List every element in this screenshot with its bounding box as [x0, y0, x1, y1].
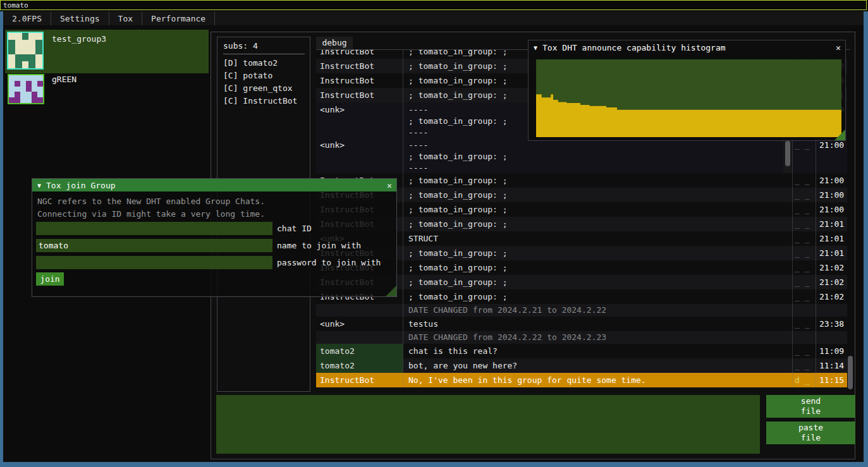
message-text: ; tomato_in_group: ; — [403, 188, 792, 202]
sender-name: InstructBot — [316, 88, 403, 102]
delivery-indicators: d _ — [792, 373, 816, 387]
avatar-pixel — [35, 61, 42, 68]
join-desc-line2: Connecting via ID might take a very long… — [37, 208, 265, 221]
message-text: ; tomato_in_group: ; — [403, 289, 792, 304]
send-file-line1: send — [801, 396, 821, 406]
chat-scrollbar-thumb[interactable] — [848, 356, 853, 389]
message-timestamp: 21:02 — [816, 275, 850, 289]
dht-histogram-title: Tox DHT announce capability histogram — [542, 43, 726, 52]
avatar-pixel — [35, 33, 42, 40]
join-button[interactable]: join — [36, 272, 64, 286]
message-timestamp: 11:15 — [816, 373, 850, 387]
avatar-pixel — [20, 75, 26, 81]
chat-id-input[interactable] — [36, 222, 272, 235]
subs-member-green_qtox[interactable]: [C] green_qtox — [223, 82, 310, 95]
avatar-pixel — [37, 75, 43, 81]
avatar-pixel — [22, 61, 29, 68]
app-window: tomato 2.0FPS SettingsToxPerformance tes… — [0, 0, 868, 467]
menu-item-performance[interactable]: Performance — [142, 11, 214, 25]
resize-grip-icon[interactable] — [386, 286, 396, 296]
avatar-pixel — [32, 75, 37, 81]
sender-name: InstructBot — [316, 50, 403, 59]
collapse-arrow-icon[interactable]: ▼ — [529, 44, 542, 51]
close-icon[interactable]: ✕ — [831, 43, 845, 52]
avatar-pixel — [28, 47, 35, 54]
chat-row[interactable]: tomato2chat is this real?_ _11:09 — [316, 344, 850, 358]
avatar-pixel — [8, 47, 15, 54]
chat-row[interactable]: <unk>testus_ _23:38 — [316, 317, 850, 331]
menu-bar: 2.0FPS SettingsToxPerformance — [3, 11, 864, 25]
chat-scrollbar-track[interactable] — [847, 50, 853, 391]
avatar-pixel — [20, 87, 26, 92]
message-text: ; tomato_in_group: ; — [403, 202, 792, 217]
delivery-indicators: _ _ — [792, 358, 816, 373]
join-group-titlebar[interactable]: ▼ Tox join Group ✕ — [32, 179, 396, 191]
message-text: ; tomato_in_group: ; — [403, 246, 792, 260]
close-icon[interactable]: ✕ — [382, 181, 396, 190]
menu-separator — [214, 11, 215, 25]
paste-file-line1: paste — [798, 423, 823, 433]
delivery-indicators: _ _ — [792, 202, 816, 217]
send-file-line2: file — [801, 406, 821, 416]
subs-count: subs: 4 — [223, 41, 310, 51]
join-name-input[interactable] — [36, 239, 272, 252]
menu-item-tox[interactable]: Tox — [109, 11, 142, 25]
message-input[interactable] — [216, 395, 760, 454]
avatar-pixel — [37, 92, 43, 97]
chat-row[interactable]: <unk>---- ; tomato_in_group: ; ----_ _21… — [316, 138, 850, 173]
group-name: gREEN — [52, 75, 76, 84]
message-scrollbar-thumb[interactable] — [785, 141, 790, 166]
chat-id-label: chat ID — [277, 222, 312, 235]
avatar-pixel — [15, 33, 22, 40]
avatar-pixel — [15, 75, 20, 81]
message-timestamp: 11:09 — [816, 344, 850, 358]
collapse-arrow-icon[interactable]: ▼ — [32, 182, 46, 189]
avatar-pixel — [28, 61, 35, 68]
message-text: ---- ; tomato_in_group: ; ---- — [403, 138, 792, 173]
subs-member-InstructBot[interactable]: [C] InstructBot — [223, 95, 310, 107]
window-titlebar[interactable]: tomato — [0, 0, 867, 10]
sender-name: tomato2 — [316, 358, 403, 373]
delivery-indicators: _ _ — [792, 173, 816, 188]
send-file-button[interactable]: send file — [766, 395, 855, 418]
delivery-indicators: _ _ — [792, 289, 816, 304]
sender-name: InstructBot — [316, 59, 403, 73]
avatar-pixel — [15, 92, 20, 97]
subs-member-tomato2[interactable]: [D] tomato2 — [223, 57, 310, 70]
chat-row[interactable]: InstructBotNo, I've been in this group f… — [316, 373, 850, 387]
avatar-pixel — [22, 54, 29, 61]
sender-name: <unk> — [316, 102, 403, 138]
message-timestamp: 21:01 — [816, 246, 850, 260]
avatar-pixel — [20, 81, 26, 87]
avatar-pixel — [20, 92, 26, 97]
tab-debug[interactable]: debug — [316, 37, 353, 49]
message-text: ; tomato_in_group: ; — [403, 260, 792, 275]
group-avatar — [7, 32, 44, 70]
join-group-title: Tox join Group — [46, 181, 116, 190]
avatar-pixel — [35, 40, 42, 47]
avatar-pixel — [26, 75, 32, 81]
message-timestamp: 21:02 — [816, 260, 850, 275]
avatar-pixel — [22, 47, 29, 54]
avatar-pixel — [26, 92, 32, 97]
subs-member-list: [D] tomato2[C] potato[C] green_qtox[C] I… — [223, 57, 310, 107]
resize-grip-icon[interactable] — [834, 130, 845, 140]
menu-item-settings[interactable]: Settings — [51, 11, 109, 25]
delivery-indicators: _ _ — [792, 260, 816, 275]
chat-row[interactable]: tomato2bot, are you new here?_ _11:14 — [316, 358, 850, 373]
avatar-pixel — [15, 87, 20, 92]
paste-file-button[interactable]: paste file — [766, 422, 855, 444]
message-timestamp: 21:01 — [816, 231, 850, 246]
sender-name: InstructBot — [316, 73, 403, 88]
sender-name: <unk> — [316, 317, 403, 331]
join-password-input[interactable] — [36, 256, 272, 269]
join-group-window: ▼ Tox join Group ✕ NGC refers to the New… — [32, 178, 397, 297]
sender-name: InstructBot — [316, 373, 403, 387]
avatar-pixel — [32, 81, 37, 87]
avatar-pixel — [32, 92, 37, 97]
dht-histogram-titlebar[interactable]: ▼ Tox DHT announce capability histogram … — [529, 40, 845, 54]
avatar-pixel — [8, 54, 15, 61]
subs-member-potato[interactable]: [C] potato — [223, 70, 310, 82]
message-timestamp: 21:00 — [816, 202, 850, 217]
sender-name: tomato2 — [316, 344, 403, 358]
